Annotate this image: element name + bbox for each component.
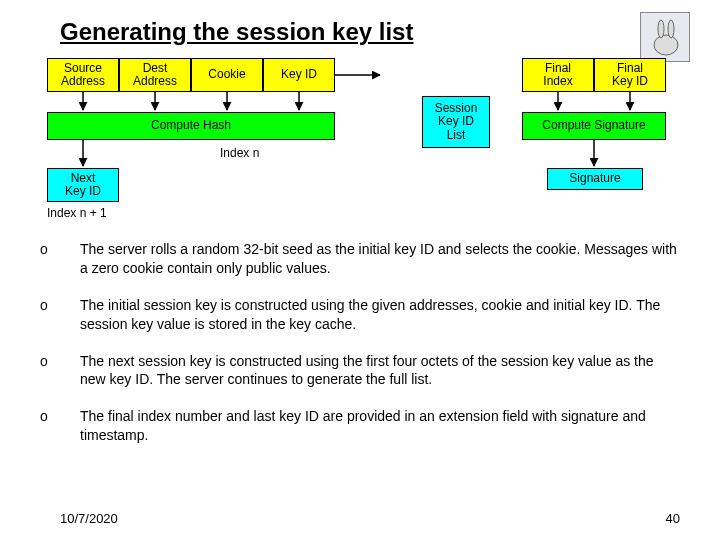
bullet-marker: o (40, 352, 80, 390)
bullet-marker: o (40, 407, 80, 445)
bullet-list: oThe server rolls a random 32-bit seed a… (40, 240, 680, 463)
signature-box: Signature (547, 168, 643, 190)
svg-point-1 (658, 20, 664, 38)
compute-signature-box: Compute Signature (522, 112, 666, 140)
bullet-marker: o (40, 240, 80, 278)
final-key-id-box: FinalKey ID (594, 58, 666, 92)
svg-point-0 (654, 35, 678, 55)
source-address-box: SourceAddress (47, 58, 119, 92)
index-n-plus-1-label: Index n + 1 (47, 206, 107, 220)
footer-page: 40 (666, 511, 680, 526)
page-title: Generating the session key list (60, 18, 413, 46)
bullet-marker: o (40, 296, 80, 334)
index-n-label: Index n (220, 146, 259, 160)
next-key-id-box: NextKey ID (47, 168, 119, 202)
compute-hash-box: Compute Hash (47, 112, 335, 140)
cookie-box: Cookie (191, 58, 263, 92)
footer-date: 10/7/2020 (60, 511, 118, 526)
rabbit-logo (640, 12, 690, 62)
key-id-box: Key ID (263, 58, 335, 92)
svg-point-2 (668, 20, 674, 38)
bullet-text: The server rolls a random 32-bit seed as… (80, 240, 680, 278)
final-index-box: FinalIndex (522, 58, 594, 92)
bullet-text: The next session key is constructed usin… (80, 352, 680, 390)
bullet-text: The initial session key is constructed u… (80, 296, 680, 334)
session-key-id-list-box: SessionKey IDList (422, 96, 490, 148)
dest-address-box: DestAddress (119, 58, 191, 92)
bullet-text: The final index number and last key ID a… (80, 407, 680, 445)
